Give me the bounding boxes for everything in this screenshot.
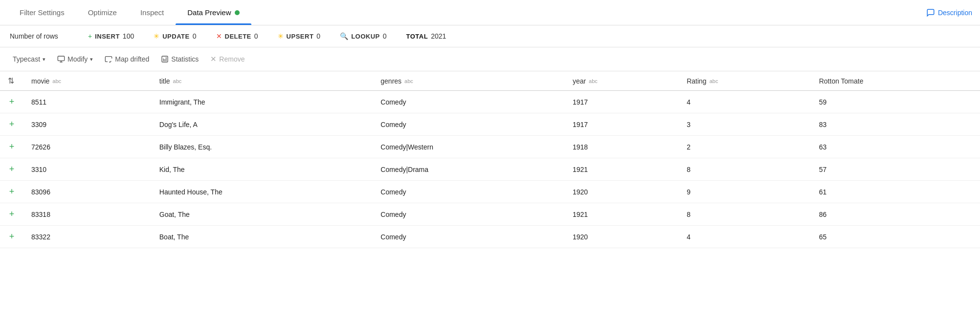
cell-year: 1921 [565, 158, 679, 181]
row-insert-indicator: + [0, 226, 23, 248]
number-of-rows-label: Number of rows [10, 32, 68, 40]
statistics-icon [161, 55, 169, 63]
svg-rect-0 [58, 56, 64, 61]
cell-genres: Comedy|Drama [373, 158, 565, 181]
update-stat: ✳ UPDATE 0 [154, 32, 196, 40]
lookup-stat: 🔍 LOOKUP 0 [340, 32, 386, 40]
row-insert-indicator: + [0, 136, 23, 158]
cell-rating: 9 [679, 181, 811, 203]
tab-filter-settings[interactable]: Filter Settings [8, 0, 76, 25]
chat-icon [926, 8, 935, 17]
row-insert-indicator: + [0, 181, 23, 203]
cell-title: Billy Blazes, Esq. [152, 136, 373, 158]
col-rotten-header[interactable]: Rotton Tomate [811, 71, 980, 91]
remove-icon: ✕ [210, 55, 217, 64]
table-row: +72626Billy Blazes, Esq.Comedy|Western19… [0, 136, 980, 158]
cell-title: Goat, The [152, 203, 373, 226]
cell-year: 1920 [565, 226, 679, 248]
col-movie-header[interactable]: movie abc [23, 71, 152, 91]
cell-genres: Comedy|Western [373, 136, 565, 158]
col-year-header[interactable]: year abc [565, 71, 679, 91]
cell-title: Kid, The [152, 158, 373, 181]
cell-movie: 83318 [23, 203, 152, 226]
cell-genres: Comedy [373, 226, 565, 248]
table-row: +3309Dog's Life, AComedy1917383 [0, 113, 980, 136]
table-header-row: ⇅ movie abc title abc [0, 71, 980, 91]
cell-title: Haunted House, The [152, 181, 373, 203]
cell-title: Boat, The [152, 226, 373, 248]
table-row: +8511Immigrant, TheComedy1917459 [0, 91, 980, 113]
stats-bar: Number of rows + INSERT 100 ✳ UPDATE 0 ✕… [0, 25, 980, 47]
typecast-button[interactable]: Typecast ▾ [8, 53, 50, 65]
remove-button[interactable]: ✕ Remove [205, 52, 249, 66]
upsert-icon: ✳ [278, 32, 284, 40]
cell-movie: 3309 [23, 113, 152, 136]
table-row: +83318Goat, TheComedy1921886 [0, 203, 980, 226]
cell-rating: 3 [679, 113, 811, 136]
cell-movie: 83096 [23, 181, 152, 203]
lookup-icon: 🔍 [340, 32, 348, 40]
col-genres-header[interactable]: genres abc [373, 71, 565, 91]
insert-icon: + [88, 32, 92, 40]
cell-rating: 4 [679, 226, 811, 248]
col-rating-header[interactable]: Rating abc [679, 71, 811, 91]
cell-rating: 8 [679, 158, 811, 181]
update-icon: ✳ [154, 32, 159, 40]
table-row: +3310Kid, TheComedy|Drama1921857 [0, 158, 980, 181]
cell-title: Dog's Life, A [152, 113, 373, 136]
data-table-container: ⇅ movie abc title abc [0, 71, 980, 248]
cell-rotten: 59 [811, 91, 980, 113]
cell-genres: Comedy [373, 91, 565, 113]
tab-inspect[interactable]: Inspect [129, 0, 176, 25]
col-sort-header: ⇅ [0, 71, 23, 91]
cell-year: 1917 [565, 113, 679, 136]
cell-movie: 8511 [23, 91, 152, 113]
cell-rating: 8 [679, 203, 811, 226]
modify-icon [57, 55, 65, 63]
delete-icon: ✕ [216, 32, 222, 40]
col-title-header[interactable]: title abc [152, 71, 373, 91]
description-button[interactable]: Description [926, 8, 972, 17]
map-drifted-icon [105, 55, 112, 63]
cell-genres: Comedy [373, 203, 565, 226]
statistics-button[interactable]: Statistics [156, 53, 203, 65]
upsert-stat: ✳ UPSERT 0 [278, 32, 321, 40]
typecast-chevron: ▾ [43, 56, 45, 63]
toolbar: Typecast ▾ Modify ▾ Map drifted Statisti… [0, 47, 980, 71]
cell-year: 1920 [565, 181, 679, 203]
cell-genres: Comedy [373, 181, 565, 203]
cell-rotten: 65 [811, 226, 980, 248]
row-insert-indicator: + [0, 203, 23, 226]
cell-title: Immigrant, The [152, 91, 373, 113]
active-dot [235, 10, 240, 15]
table-row: +83322Boat, TheComedy1920465 [0, 226, 980, 248]
cell-rotten: 61 [811, 181, 980, 203]
modify-chevron: ▾ [90, 56, 93, 63]
cell-rotten: 63 [811, 136, 980, 158]
top-nav: Filter Settings Optimize Inspect Data Pr… [0, 0, 980, 25]
cell-movie: 83322 [23, 226, 152, 248]
sort-arrows-icon[interactable]: ⇅ [8, 76, 14, 85]
cell-year: 1917 [565, 91, 679, 113]
delete-stat: ✕ DELETE 0 [216, 32, 258, 40]
cell-genres: Comedy [373, 113, 565, 136]
cell-rotten: 86 [811, 203, 980, 226]
cell-rating: 2 [679, 136, 811, 158]
cell-rotten: 57 [811, 158, 980, 181]
insert-stat: + INSERT 100 [88, 32, 134, 40]
cell-rating: 4 [679, 91, 811, 113]
tab-optimize[interactable]: Optimize [76, 0, 129, 25]
data-table: ⇅ movie abc title abc [0, 71, 980, 248]
map-drifted-button[interactable]: Map drifted [100, 53, 154, 65]
cell-movie: 3310 [23, 158, 152, 181]
row-insert-indicator: + [0, 91, 23, 113]
cell-year: 1921 [565, 203, 679, 226]
cell-year: 1918 [565, 136, 679, 158]
tab-data-preview[interactable]: Data Preview [176, 0, 251, 25]
cell-rotten: 83 [811, 113, 980, 136]
cell-movie: 72626 [23, 136, 152, 158]
table-row: +83096Haunted House, TheComedy1920961 [0, 181, 980, 203]
modify-button[interactable]: Modify ▾ [52, 53, 98, 65]
row-insert-indicator: + [0, 158, 23, 181]
total-stat: TOTAL 2021 [406, 32, 446, 40]
